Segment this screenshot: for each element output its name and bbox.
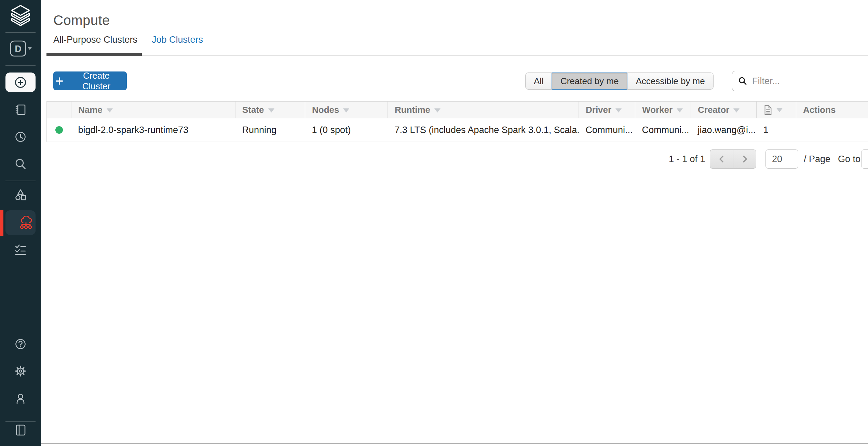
cluster-creator-cell: jiao.wang@i... [691,118,757,142]
active-item-indicator [0,210,3,236]
filter-input[interactable] [751,76,855,87]
plus-circle-icon [13,75,28,90]
tab-all-purpose-clusters[interactable]: All-Purpose Clusters [53,35,137,45]
sidebar-item-compute[interactable] [5,210,36,235]
sort-icon [268,108,274,113]
search-icon [738,76,747,86]
shapes-icon [14,188,27,202]
table-header-row: Name State Nodes Runtime Driver Worker C… [47,102,868,118]
sidebar-item-search[interactable] [0,157,41,171]
workspace-switcher[interactable]: D [0,40,41,57]
sort-icon [343,108,349,113]
plus-icon [55,77,64,85]
next-page-button[interactable] [733,149,756,169]
tab-bar-baseline [46,55,868,56]
sidebar-item-help[interactable] [0,337,41,351]
column-nodes[interactable]: Nodes [305,102,388,118]
chevron-left-icon [717,155,726,163]
sidebar-divider [5,181,36,181]
tab-job-clusters[interactable]: Job Clusters [152,35,203,45]
scope-all-button[interactable]: All [526,73,552,89]
column-actions: Actions [796,102,868,118]
search-icon [14,157,27,171]
scope-filter-group: All Created by me Accessible by me [525,73,714,90]
checklist-icon [14,242,27,256]
page-size-input[interactable] [765,149,798,169]
pagination-range: 1 - 1 of 1 [669,149,705,169]
column-runtime[interactable]: Runtime [388,102,579,118]
per-page-label: / Page [804,149,830,169]
cluster-nodes-cell: 1 (0 spot) [305,118,388,142]
column-state[interactable]: State [235,102,305,118]
sidebar-item-workspace[interactable] [0,103,41,117]
notebooks-document-icon [763,105,772,115]
chevron-down-icon [28,47,32,50]
cluster-row: bigdl-2.0-spark3-runtime73 Running 1 (0 … [47,118,868,142]
compute-cluster-icon [18,216,33,231]
sidebar-divider [5,65,36,66]
cluster-actions-cell [796,118,868,142]
sidebar-item-jobs[interactable] [0,242,41,256]
active-tab-underline [46,53,142,56]
cluster-worker-cell: Communi... [635,118,691,142]
column-worker[interactable]: Worker [635,102,691,118]
notebook-icon [14,103,27,117]
workspace-initial: D [15,44,22,54]
create-cluster-label: Create Cluster [68,70,125,92]
sidebar-item-recents[interactable] [0,130,41,144]
gear-icon [14,364,27,378]
cluster-runtime-cell: 7.3 LTS (includes Apache Spark 3.0.1, Sc… [388,118,579,142]
horizontal-scrollbar[interactable] [41,443,868,444]
sidebar-item-settings[interactable] [0,364,41,378]
page-title: Compute [53,12,110,28]
sidebar-item-create[interactable] [5,73,36,92]
cluster-state-cell: Running [235,118,305,142]
user-icon [14,392,27,406]
clock-icon [14,130,27,144]
chevron-right-icon [740,155,749,163]
sort-icon [677,108,683,113]
column-status [47,102,71,118]
sidebar-divider [5,421,36,422]
sort-icon [434,108,440,113]
goto-label: Go to [838,149,860,169]
sort-icon [733,108,740,113]
sidebar-item-data[interactable] [0,188,41,202]
cluster-status-cell [47,118,71,142]
sidebar: D [0,0,41,446]
sort-icon [776,108,783,112]
collapse-sidebar-button[interactable] [0,423,41,437]
help-icon [14,337,27,351]
sort-icon [615,108,622,113]
cluster-notebooks-cell: 1 [757,118,796,142]
main-content: Compute All-Purpose Clusters Job Cluster… [41,0,868,446]
column-creator[interactable]: Creator [691,102,757,118]
goto-page-input[interactable] [861,149,868,169]
sidebar-divider [5,32,36,33]
create-cluster-button[interactable]: Create Cluster [53,71,127,90]
scope-created-by-me-button[interactable]: Created by me [552,73,628,90]
cluster-driver-cell: Communi... [579,118,635,142]
filter-input-container [732,71,868,91]
scope-accessible-by-me-button[interactable]: Accessible by me [627,73,713,89]
panel-left-icon [14,423,27,437]
running-status-dot [55,126,63,134]
pagination-pager [710,149,756,169]
column-driver[interactable]: Driver [579,102,635,118]
previous-page-button[interactable] [710,149,733,169]
column-notebooks[interactable] [757,102,796,118]
sort-icon [107,108,113,113]
databricks-logo[interactable] [0,3,41,28]
column-name[interactable]: Name [71,102,235,118]
clusters-table: Name State Nodes Runtime Driver Worker C… [46,101,868,142]
cluster-name-cell[interactable]: bigdl-2.0-spark3-runtime73 [71,118,235,142]
sidebar-item-account[interactable] [0,392,41,406]
